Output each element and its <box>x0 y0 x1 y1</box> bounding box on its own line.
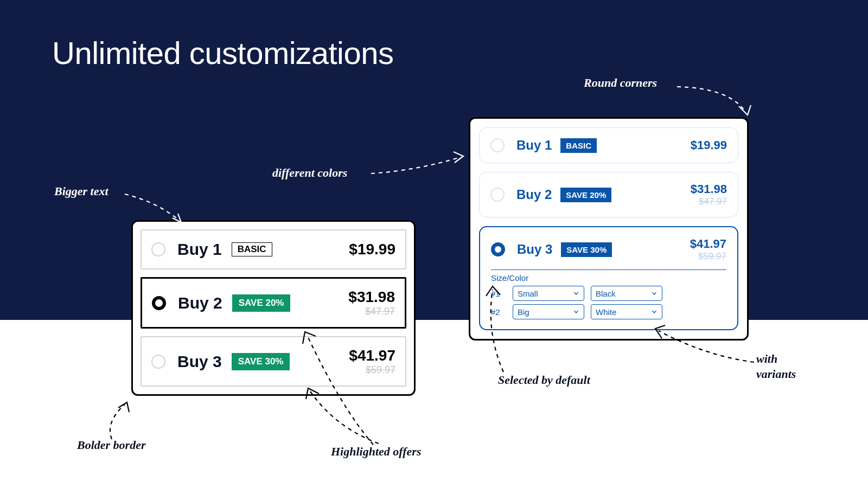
save-badge: SAVE 30% <box>232 353 290 370</box>
offer-label: Buy 3 <box>177 352 222 371</box>
variant-select-size[interactable]: Big <box>513 304 584 319</box>
annotation-bigger-text: Bigger text <box>54 184 108 198</box>
radio-icon[interactable] <box>490 138 505 152</box>
annotation-bolder-border: Bolder border <box>77 438 146 452</box>
variant-card-right: Buy 1 BASIC $19.99 Buy 2 SAVE 20% $31.98… <box>469 117 749 341</box>
offer-strike-price: $59.97 <box>690 251 726 262</box>
page-title: Unlimited customizations <box>52 35 393 71</box>
save-badge: SAVE 20% <box>560 188 611 202</box>
offer-row[interactable]: Buy 2 SAVE 20% $31.98 $47.97 <box>141 277 406 329</box>
variant-select-color[interactable]: White <box>591 304 662 319</box>
offer-price: $19.99 <box>349 241 395 258</box>
variant-row: #1 Small Black <box>491 286 726 301</box>
offer-price: $31.98 <box>691 182 727 196</box>
offer-row[interactable]: Buy 3 SAVE 30% $41.97 $59.97 Size/Color … <box>479 226 738 330</box>
annotation-with-variants: with variants <box>756 351 796 381</box>
offer-label: Buy 1 <box>177 240 222 259</box>
offer-strike-price: $47.97 <box>348 306 395 317</box>
chevron-down-icon <box>573 309 579 315</box>
offer-row[interactable]: Buy 1 BASIC $19.99 <box>141 229 406 269</box>
offer-row[interactable]: Buy 1 BASIC $19.99 <box>479 127 738 163</box>
variant-index: #2 <box>491 307 506 317</box>
radio-icon[interactable] <box>491 242 505 256</box>
offer-label: Buy 3 <box>517 242 552 257</box>
annotation-selected-by-default: Selected by default <box>498 373 590 387</box>
save-badge: SAVE 30% <box>561 242 612 257</box>
radio-icon[interactable] <box>490 188 505 202</box>
radio-icon[interactable] <box>152 296 166 310</box>
offer-price: $41.97 <box>349 347 395 364</box>
offer-strike-price: $59.97 <box>349 364 395 376</box>
variant-title: Size/Color <box>491 273 726 282</box>
variant-card-left: Buy 1 BASIC $19.99 Buy 2 SAVE 20% $31.98… <box>131 220 416 396</box>
annotation-different-colors: different colors <box>272 166 347 180</box>
basic-badge: BASIC <box>232 242 272 256</box>
select-value: White <box>596 307 616 317</box>
chevron-down-icon <box>573 290 579 297</box>
chevron-down-icon <box>651 290 658 297</box>
save-badge: SAVE 20% <box>232 294 291 312</box>
variant-index: #1 <box>491 289 506 298</box>
variant-select-color[interactable]: Black <box>591 286 662 301</box>
radio-icon[interactable] <box>151 242 165 256</box>
divider <box>491 269 726 270</box>
offer-row[interactable]: Buy 2 SAVE 20% $31.98 $47.97 <box>479 172 738 217</box>
radio-icon[interactable] <box>151 355 165 369</box>
offer-label: Buy 2 <box>516 187 552 202</box>
chevron-down-icon <box>651 309 658 315</box>
offer-label: Buy 1 <box>516 138 552 153</box>
select-value: Small <box>518 289 538 298</box>
variant-row: #2 Big White <box>491 304 726 319</box>
offer-price: $19.99 <box>691 138 727 152</box>
offer-strike-price: $47.97 <box>691 196 727 207</box>
offer-row[interactable]: Buy 3 SAVE 30% $41.97 $59.97 <box>141 336 406 387</box>
offer-price: $41.97 <box>690 237 726 251</box>
basic-badge: BASIC <box>560 138 597 153</box>
annotation-highlighted-offers: Highlighted offers <box>331 445 421 459</box>
select-value: Black <box>596 289 616 298</box>
offer-label: Buy 2 <box>178 294 222 312</box>
annotation-round-corners: Round corners <box>584 76 657 90</box>
select-value: Big <box>518 307 529 317</box>
offer-price: $31.98 <box>348 288 395 306</box>
variant-select-size[interactable]: Small <box>513 286 584 301</box>
